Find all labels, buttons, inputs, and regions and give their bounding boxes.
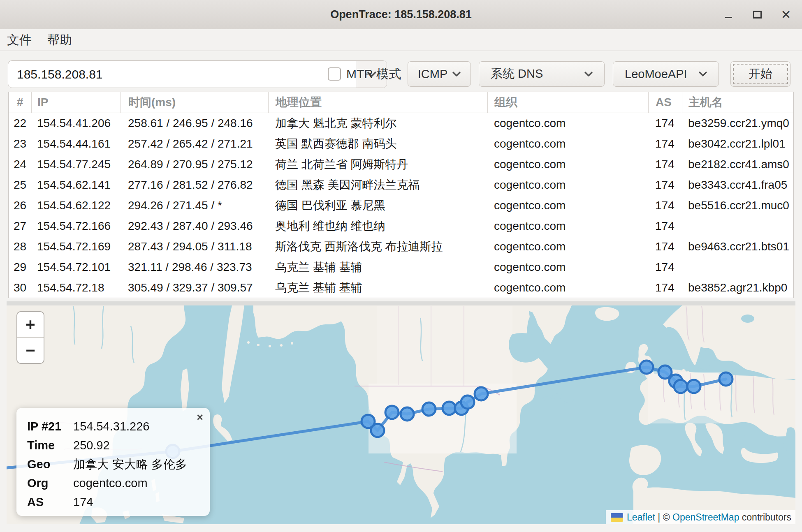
table-cell: cogentco.com (487, 216, 648, 236)
table-cell: 264.89 / 270.95 / 275.12 (121, 154, 268, 175)
titlebar[interactable]: OpenTrace: 185.158.208.81 ✕ (0, 0, 802, 30)
leaflet-link[interactable]: Leaflet (627, 512, 655, 523)
table-cell: 257.42 / 265.42 / 271.21 (121, 134, 268, 154)
hop-marker[interactable] (371, 424, 384, 437)
table-cell: 321.11 / 298.46 / 323.73 (121, 257, 268, 278)
table-cell: 加拿大 魁北克 蒙特利尔 (268, 113, 487, 134)
minimize-button[interactable] (721, 8, 735, 22)
column-header-0[interactable]: # (9, 92, 31, 113)
hop-marker[interactable] (461, 396, 474, 409)
table-cell: 154.54.44.161 (31, 134, 121, 154)
table-cell: 德国 巴伐利亚 慕尼黑 (268, 195, 487, 216)
table-cell: be3343.ccr41.fra05 (682, 175, 793, 195)
table-cell: 174 (648, 195, 682, 216)
geoip-api-select[interactable]: LeoMoeAPI (613, 61, 719, 87)
table-cell: 英国 默西赛德郡 南码头 (268, 134, 487, 154)
hop-marker[interactable] (687, 380, 700, 393)
column-header-4[interactable]: 组织 (487, 92, 648, 113)
maximize-button[interactable] (750, 8, 764, 22)
column-header-3[interactable]: 地理位置 (268, 92, 487, 113)
table-cell: 27 (9, 216, 31, 236)
dns-select[interactable]: 系统 DNS (479, 61, 605, 87)
table-cell: 174 (648, 113, 682, 134)
table-row[interactable]: 22154.54.41.206258.61 / 246.95 / 248.16加… (9, 113, 793, 134)
table-cell: 174 (648, 175, 682, 195)
hop-marker[interactable] (475, 387, 488, 400)
table-cell: 277.16 / 281.52 / 276.82 (121, 175, 268, 195)
mtr-mode-checkbox[interactable] (328, 67, 341, 81)
table-cell: be9463.ccr21.bts01 (682, 236, 793, 257)
popup-as-label: AS (27, 493, 73, 511)
popup-org-value: cogentco.com (73, 474, 210, 493)
hop-marker[interactable] (674, 380, 687, 393)
table-cell (682, 216, 793, 236)
protocol-select[interactable]: ICMP (408, 61, 471, 87)
table-cell: 174 (648, 134, 682, 154)
chevron-down-icon (452, 72, 461, 76)
hop-marker[interactable] (443, 402, 456, 415)
table-cell: be5516.ccr21.muc0 (682, 195, 793, 216)
table-cell: 305.49 / 329.37 / 309.57 (121, 278, 268, 298)
table-cell: 174 (648, 216, 682, 236)
table-cell: 30 (9, 278, 31, 298)
table-cell: 294.26 / 271.45 / * (121, 195, 268, 216)
column-header-5[interactable]: AS (648, 92, 682, 113)
table-row[interactable]: 28154.54.72.169287.43 / 294.05 / 311.18斯… (9, 236, 793, 257)
hop-marker[interactable] (719, 372, 732, 386)
table-cell: cogentco.com (487, 236, 648, 257)
hop-marker[interactable] (401, 407, 414, 421)
table-row[interactable]: 27154.54.72.166292.43 / 287.40 / 293.46奥… (9, 216, 793, 236)
attribution-suffix: contributors (739, 512, 791, 523)
minimize-icon (725, 17, 732, 18)
column-header-2[interactable]: 时间(ms) (121, 92, 268, 113)
start-button-label: 开始 (749, 66, 772, 82)
menu-help[interactable]: 帮助 (43, 32, 76, 49)
table-row[interactable]: 30154.54.72.18305.49 / 329.37 / 309.57乌克… (9, 278, 793, 298)
table-cell: 287.43 / 294.05 / 311.18 (121, 236, 268, 257)
table-cell: 174 (648, 278, 682, 298)
attribution-separator: | © (655, 512, 672, 523)
table-cell: 292.43 / 287.40 / 293.46 (121, 216, 268, 236)
zoom-out-button[interactable]: − (17, 337, 44, 363)
column-header-1[interactable]: IP (31, 92, 121, 113)
start-button[interactable]: 开始 (730, 61, 790, 87)
table-row[interactable]: 23154.54.44.161257.42 / 265.42 / 271.21英… (9, 134, 793, 154)
table-row[interactable]: 24154.54.77.245264.89 / 270.95 / 275.12荷… (9, 154, 793, 175)
table-cell: 23 (9, 134, 31, 154)
table-cell: cogentco.com (487, 175, 648, 195)
hop-marker[interactable] (640, 361, 653, 374)
table-cell: 29 (9, 257, 31, 278)
zoom-in-button[interactable]: + (17, 312, 44, 337)
table-row[interactable]: 25154.54.62.141277.16 / 281.52 / 276.82德… (9, 175, 793, 195)
table-cell: be3259.ccr21.ymq0 (682, 113, 793, 134)
ukraine-flag-icon (611, 513, 623, 522)
popup-close-button[interactable]: × (197, 411, 203, 423)
column-header-6[interactable]: 主机名 (682, 92, 793, 113)
table-cell (682, 257, 793, 278)
hops-table: #IP时间(ms)地理位置组织AS主机名 22154.54.41.206258.… (8, 92, 794, 298)
table-cell: cogentco.com (487, 278, 648, 298)
menu-file[interactable]: 文件 (3, 32, 36, 49)
hops-table-header: #IP时间(ms)地理位置组织AS主机名 (9, 92, 793, 113)
trace-map[interactable]: + − × IP #21154.54.31.226 Time250.92 Geo… (7, 301, 795, 524)
table-row[interactable]: 29154.54.72.101321.11 / 298.46 / 323.73乌… (9, 257, 793, 278)
table-cell: cogentco.com (487, 154, 648, 175)
table-cell: be3042.ccr21.lpl01 (682, 134, 793, 154)
popup-time-value: 250.92 (73, 436, 210, 455)
hop-marker[interactable] (385, 406, 399, 419)
table-cell: 24 (9, 154, 31, 175)
table-cell: 154.54.72.18 (31, 278, 121, 298)
popup-geo-value: 加拿大 安大略 多伦多 (73, 455, 210, 474)
table-cell: 154.54.62.141 (31, 175, 121, 195)
table-cell: 斯洛伐克 西斯洛伐克 布拉迪斯拉 (268, 236, 487, 257)
popup-time-label: Time (27, 436, 73, 455)
openstreetmap-link[interactable]: OpenStreetMap (672, 512, 739, 523)
close-icon: ✕ (781, 9, 791, 21)
table-cell: 174 (648, 257, 682, 278)
table-row[interactable]: 26154.54.62.122294.26 / 271.45 / *德国 巴伐利… (9, 195, 793, 216)
geoip-api-select-value: LeoMoeAPI (625, 67, 687, 81)
hop-marker[interactable] (422, 402, 436, 416)
close-button[interactable]: ✕ (779, 8, 793, 22)
target-input[interactable] (8, 61, 357, 88)
table-cell: 154.54.72.101 (31, 257, 121, 278)
